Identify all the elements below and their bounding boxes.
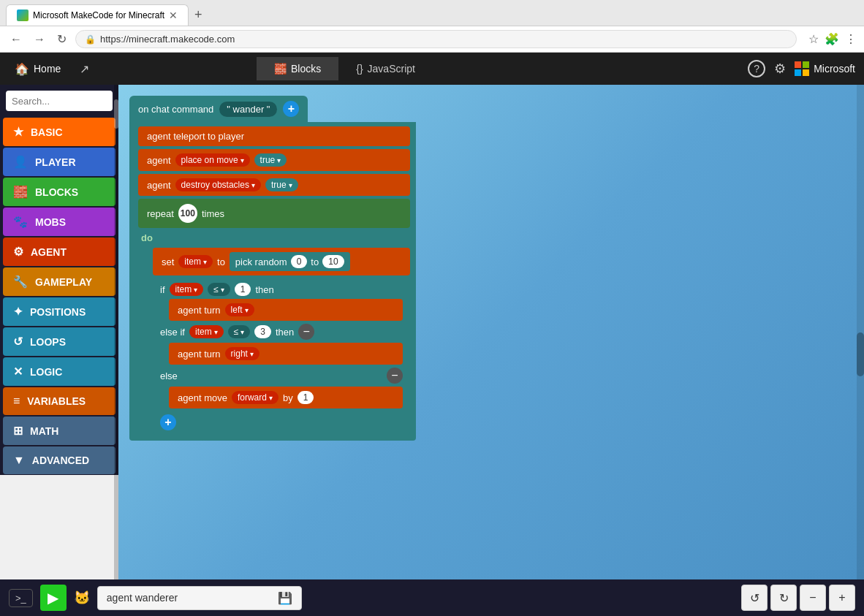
- new-tab-button[interactable]: +: [189, 4, 208, 26]
- else-if-three-val[interactable]: 3: [254, 325, 271, 338]
- sidebar-item-loops[interactable]: ↺ LOOPS: [3, 327, 115, 356]
- extensions-icon[interactable]: 🧩: [825, 32, 839, 46]
- destroy-obstacles-dropdown[interactable]: destroy obstacles ▾: [175, 178, 261, 191]
- search-box[interactable]: 🔍: [6, 91, 113, 111]
- then-label: then: [255, 284, 273, 295]
- destroy-obstacles-block[interactable]: agent destroy obstacles ▾ true ▾: [138, 174, 410, 196]
- js-tab-label: JavaScript: [368, 63, 415, 75]
- sidebar-item-gameplay[interactable]: 🔧 GAMEPLAY: [3, 267, 115, 296]
- destroy-chevron: ▾: [251, 181, 255, 189]
- sidebar-label-gameplay: GAMEPLAY: [35, 276, 92, 288]
- sidebar-item-player[interactable]: 👤 PLAYER: [3, 148, 115, 176]
- help-button[interactable]: ?: [748, 60, 765, 77]
- back-button[interactable]: ←: [7, 30, 25, 49]
- sidebar-item-logic[interactable]: ✕ LOGIC: [3, 357, 115, 386]
- browser-menu-icon[interactable]: ⋮: [845, 32, 857, 46]
- play-icon: ▶: [48, 589, 58, 607]
- agent-button[interactable]: 🐱: [74, 590, 90, 606]
- share-button[interactable]: ↗: [74, 59, 95, 79]
- url-box[interactable]: 🔒 https://minecraft.makecode.com: [75, 30, 797, 48]
- item-dropdown[interactable]: item ▾: [178, 255, 213, 268]
- else-minus-icon[interactable]: −: [387, 368, 403, 384]
- sidebar-item-agent[interactable]: ⚙ AGENT: [3, 237, 115, 266]
- gameplay-icon: 🔧: [13, 275, 28, 289]
- zoom-in-button[interactable]: +: [829, 585, 855, 611]
- sidebar-label-blocks: BLOCKS: [35, 186, 78, 198]
- place-on-move-dropdown[interactable]: place on move ▾: [175, 153, 250, 167]
- sidebar-item-advanced[interactable]: ▼ ADVANCED: [3, 446, 115, 474]
- left-dropdown[interactable]: left ▾: [225, 303, 254, 316]
- teleport-block[interactable]: agent teleport to player: [138, 126, 410, 146]
- else-row: else −: [160, 368, 403, 384]
- else-if-label: else if: [160, 327, 185, 338]
- else-if-item-dropdown[interactable]: item ▾: [189, 325, 224, 338]
- else-if-minus-icon[interactable]: −: [298, 324, 314, 340]
- sidebar: 🔍 ★ BASIC 👤 PLAYER 🧱 BLOCKS 🐾 MOBS: [0, 85, 118, 475]
- sidebar-item-variables[interactable]: ≡ VARIABLES: [3, 387, 115, 415]
- add-branch-icon[interactable]: +: [160, 414, 176, 430]
- move-forward-block[interactable]: agent move forward ▾ by 1: [169, 387, 403, 408]
- canvas-scrollbar-thumb: [857, 332, 864, 376]
- destroy-true-dropdown[interactable]: true ▾: [265, 178, 298, 191]
- random-ten-val[interactable]: 10: [322, 255, 344, 268]
- by-label: by: [283, 392, 293, 403]
- active-tab[interactable]: Microsoft MakeCode for Minecraft ✕: [6, 4, 189, 26]
- reload-button[interactable]: ↻: [54, 29, 69, 49]
- home-button[interactable]: 🏠 Home: [9, 59, 67, 79]
- sidebar-item-math[interactable]: ⊞ MATH: [3, 417, 115, 445]
- sidebar-label-advanced: ADVANCED: [32, 455, 89, 466]
- play-button[interactable]: ▶: [40, 585, 67, 611]
- forward-button[interactable]: →: [31, 30, 48, 49]
- header-right: ? ⚙ Microsoft: [748, 60, 855, 77]
- right-chevron: ▾: [250, 350, 254, 358]
- positions-icon: ✦: [13, 305, 23, 319]
- forward-chevron: ▾: [269, 394, 273, 402]
- random-zero-val[interactable]: 0: [291, 255, 308, 268]
- if-item-dropdown[interactable]: item ▾: [170, 283, 204, 296]
- set-block[interactable]: set item ▾ to pick random 0 to 10: [153, 248, 410, 275]
- settings-button[interactable]: ⚙: [774, 61, 786, 77]
- logic-icon: ✕: [13, 365, 23, 379]
- right-dropdown[interactable]: right ▾: [225, 347, 259, 360]
- forward-dropdown[interactable]: forward ▾: [232, 391, 278, 404]
- search-input[interactable]: [12, 96, 118, 107]
- sidebar-item-blocks[interactable]: 🧱 BLOCKS: [3, 178, 115, 206]
- bookmark-icon[interactable]: ☆: [808, 32, 819, 46]
- repeat-block[interactable]: repeat 100 times: [138, 199, 410, 228]
- sidebar-label-loops: LOOPS: [30, 336, 66, 348]
- tab-close-icon[interactable]: ✕: [169, 9, 178, 21]
- redo-button[interactable]: ↻: [770, 585, 797, 611]
- zoom-out-button[interactable]: −: [800, 585, 826, 611]
- lte2-chevron: ▾: [240, 328, 244, 336]
- move-val[interactable]: 1: [298, 391, 314, 404]
- repeat-num[interactable]: 100: [178, 204, 197, 223]
- place-true-dropdown[interactable]: true ▾: [254, 153, 287, 167]
- tab-blocks[interactable]: 🧱 Blocks: [257, 57, 338, 80]
- pick-random-block[interactable]: pick random 0 to 10: [230, 252, 350, 271]
- sidebar-item-positions[interactable]: ✦ POSITIONS: [3, 297, 115, 326]
- add-chat-cmd-icon[interactable]: +: [283, 101, 299, 117]
- on-chat-block[interactable]: on chat command " wander " +: [129, 96, 308, 122]
- lte-dropdown[interactable]: ≤ ▾: [208, 283, 230, 296]
- turn-left-block[interactable]: agent turn left ▾: [169, 299, 403, 321]
- terminal-button[interactable]: >_: [9, 589, 33, 607]
- turn-right-block[interactable]: agent turn right ▾: [169, 343, 403, 365]
- lte2-label: ≤: [234, 327, 239, 337]
- sidebar-item-basic[interactable]: ★ BASIC: [3, 118, 115, 146]
- if-one-val[interactable]: 1: [235, 283, 251, 296]
- to2-label: to: [311, 256, 319, 267]
- sidebar-item-mobs[interactable]: 🐾 MOBS: [3, 208, 115, 236]
- tab-javascript[interactable]: {} JavaScript: [338, 57, 433, 80]
- canvas-scrollbar[interactable]: [857, 85, 864, 579]
- home-label: Home: [34, 63, 61, 75]
- wander-pill[interactable]: " wander ": [219, 102, 277, 117]
- canvas-area[interactable]: on chat command " wander " + agent telep…: [118, 85, 864, 579]
- lte2-dropdown[interactable]: ≤ ▾: [228, 325, 251, 338]
- place-on-move-block[interactable]: agent place on move ▾ true ▾: [138, 149, 410, 171]
- browser-toolbar-icons: ☆ 🧩 ⋮: [808, 32, 857, 46]
- place-on-move-label: place on move: [181, 155, 238, 165]
- sidebar-wrapper: 🔍 ★ BASIC 👤 PLAYER 🧱 BLOCKS 🐾 MOBS: [0, 85, 118, 579]
- undo-button[interactable]: ↺: [741, 585, 768, 611]
- right-label: right: [231, 349, 248, 359]
- save-icon[interactable]: 💾: [278, 591, 292, 605]
